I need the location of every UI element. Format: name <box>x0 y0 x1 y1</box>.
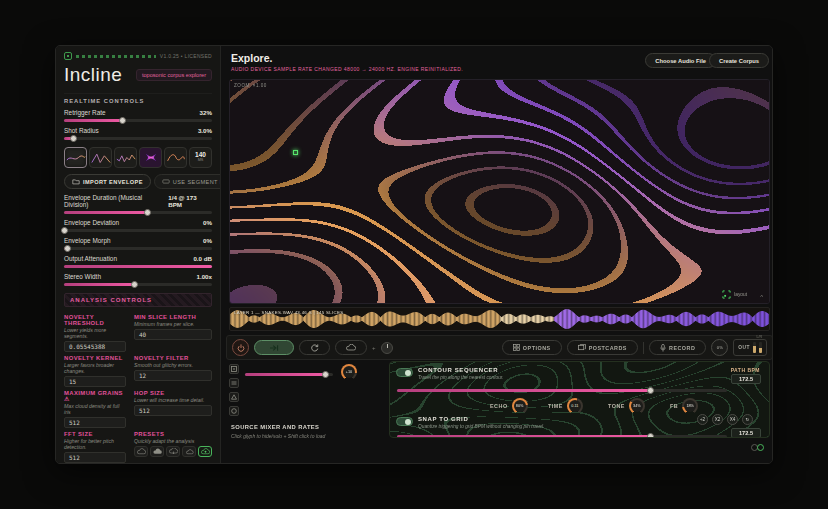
collapse-chevron-icon[interactable]: ^ <box>760 294 763 300</box>
import-envelope-button[interactable]: IMPORT ENVELOPE <box>64 174 151 189</box>
postcards-label: POSTCARDS <box>589 345 627 351</box>
slider-knob[interactable] <box>131 281 138 288</box>
knob-label: TONE <box>608 403 625 409</box>
mixer-source-square-button[interactable] <box>229 364 239 374</box>
envelope-shape-row: 140MS <box>64 147 212 168</box>
slider-track[interactable] <box>64 247 212 250</box>
main-area: Explore. AUDIO DEVICE SAMPLE RATE CHANGE… <box>221 46 773 464</box>
app-title: Incline <box>64 64 122 86</box>
input-gain-knob[interactable]: 0% <box>711 339 728 356</box>
preset-cloud-sparkle-button[interactable] <box>198 446 212 457</box>
loop-button[interactable] <box>299 340 330 355</box>
slider-track[interactable] <box>64 229 212 232</box>
slider-label: Shot Radius <box>64 127 99 134</box>
envelope-duration-ms-button[interactable]: 140MS <box>189 147 212 168</box>
layout-chip[interactable]: layout <box>722 290 747 299</box>
create-corpus-button[interactable]: Create Corpus <box>709 53 769 68</box>
use-segment-duration-button[interactable]: USE SEGMENT DURATION <box>154 174 221 189</box>
snap-bpm-value[interactable]: 172.5 <box>731 428 761 438</box>
mixer-source-triangle-button[interactable] <box>229 392 239 402</box>
options-button[interactable]: OPTIONS <box>502 340 562 355</box>
slider-track[interactable] <box>64 265 212 268</box>
mixer-source-wave-button[interactable] <box>229 378 239 388</box>
slider-knob[interactable] <box>70 135 77 142</box>
times-4-button[interactable]: X4 <box>727 414 738 425</box>
slider-knob[interactable] <box>64 245 71 252</box>
wave-lines-icon <box>231 380 237 386</box>
envelope-shape-squiggle-button[interactable] <box>164 147 187 168</box>
slider-track[interactable] <box>397 389 727 392</box>
grid-icon <box>513 344 520 351</box>
slider-knob[interactable] <box>119 117 126 124</box>
slider-track[interactable] <box>397 435 727 438</box>
contour-map-canvas[interactable] <box>230 80 770 304</box>
divide-2-button[interactable]: ÷2 <box>697 414 708 425</box>
preset-cloud-down-button[interactable] <box>166 446 180 457</box>
path-bpm-value[interactable]: 172.5 <box>731 374 761 384</box>
maximum-grains-field: MAXIMUM GRAINS ⚠ Max cloud density at fu… <box>64 390 126 428</box>
slider-track[interactable] <box>64 119 212 122</box>
slider-knob[interactable] <box>144 209 151 216</box>
slider-track[interactable] <box>64 211 212 214</box>
field-input[interactable]: 15 <box>64 376 126 387</box>
choose-audio-file-button[interactable]: Choose Audio File <box>645 53 716 68</box>
fb-knob[interactable]: 18% <box>682 398 698 414</box>
envelope-shape-mountain-button[interactable] <box>89 147 112 168</box>
field-input[interactable]: 0.05545388 <box>64 341 126 352</box>
slider-knob[interactable] <box>647 433 654 438</box>
page-title: Explore. <box>231 52 272 64</box>
mixer-title: SOURCE MIXER AND RATES <box>231 424 319 430</box>
rate-knob[interactable]: +10 <box>341 364 357 380</box>
trigger-button[interactable] <box>254 340 294 355</box>
analysis-grid: NOVELTY THRESHOLD Lower yields more segm… <box>64 311 212 463</box>
preset-row <box>134 446 212 457</box>
slider-track[interactable] <box>64 137 212 140</box>
triangle-icon <box>231 394 237 400</box>
preset-cloud-small-button[interactable] <box>182 446 196 457</box>
novelty-threshold-field: NOVELTY THRESHOLD Lower yields more segm… <box>64 314 126 352</box>
field-desc: Larger favors broader changes. <box>64 362 126 374</box>
field-desc: Minimum frames per slice. <box>134 321 212 327</box>
preset-cloud-outline-button[interactable] <box>134 446 148 457</box>
mini-knob[interactable] <box>381 342 393 354</box>
snap-to-grid-toggle[interactable] <box>396 417 413 426</box>
tone-knob[interactable]: 34% <box>629 398 645 414</box>
cloud-filled-icon <box>153 448 162 455</box>
field-input[interactable]: 512 <box>134 405 212 416</box>
power-button[interactable] <box>232 339 249 356</box>
slider-track[interactable] <box>245 373 333 376</box>
field-input[interactable]: 12 <box>134 370 212 381</box>
square-target-icon <box>231 366 237 372</box>
divider <box>643 342 644 354</box>
slider-label: Envelope Morph <box>64 237 111 244</box>
envelope-shape-burst-button[interactable] <box>139 147 162 168</box>
record-button[interactable]: RECORD <box>649 340 706 355</box>
waveform-label: LAYER 1 — SNAKES.WAV 43.46 S | 145 SLICE… <box>234 310 344 315</box>
reset-cycle-button[interactable]: ↻ <box>742 414 753 425</box>
envelope-shape-zigzag-button[interactable] <box>114 147 137 168</box>
postcards-button[interactable]: POSTCARDS <box>567 340 638 355</box>
times-2-button[interactable]: X2 <box>712 414 723 425</box>
knob-label: ECHO <box>490 403 508 409</box>
field-input[interactable]: 512 <box>64 417 126 428</box>
mixer-subtitle: Click glyph to hide/solo + Shift click t… <box>231 433 325 439</box>
field-input[interactable]: 512 <box>64 452 126 463</box>
preset-cloud-filled-button[interactable] <box>150 446 164 457</box>
echo-knob[interactable]: 80% <box>512 398 528 414</box>
freeze-cloud-button[interactable] <box>335 340 367 355</box>
slider-track[interactable] <box>64 283 212 286</box>
slider-knob[interactable] <box>322 371 329 378</box>
field-input[interactable]: 40 <box>134 329 212 340</box>
meter-left <box>753 342 756 353</box>
realtime-controls-header: REALTIME CONTROLS <box>64 93 212 104</box>
brand-icon <box>64 52 72 60</box>
transport-bar: + OPTIONS POSTCARDS RECORD 0% L/R OUT <box>226 335 773 360</box>
field-label: NOVELTY KERNEL <box>64 355 126 361</box>
time-knob[interactable]: 0.11 <box>567 398 583 414</box>
mixer-source-circle-button[interactable] <box>229 406 239 416</box>
envelope-shape-hill-button[interactable] <box>64 147 87 168</box>
snap-subtitle: Quantize triggering to grid BPM without … <box>418 424 544 429</box>
contour-sequencer-toggle[interactable] <box>396 368 413 377</box>
slider-knob[interactable] <box>61 227 68 234</box>
pin-marker[interactable] <box>293 150 298 155</box>
